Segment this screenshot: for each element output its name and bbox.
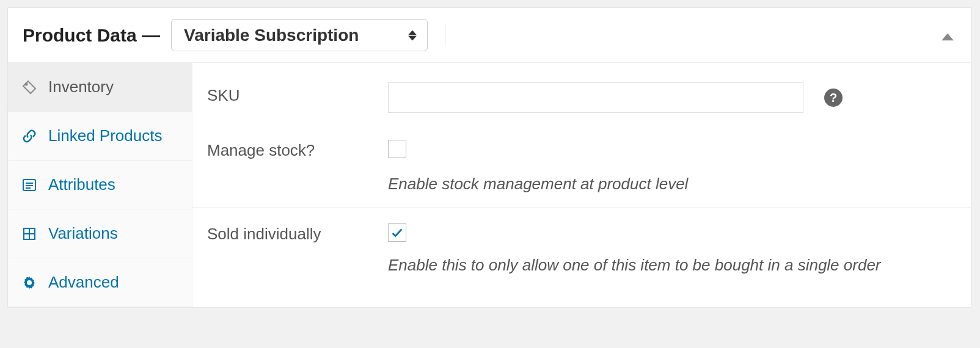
tab-inventory[interactable]: Inventory (8, 63, 192, 112)
panel-body: Inventory Linked Products Attributes Var… (8, 63, 971, 307)
sold-individually-checkbox[interactable] (388, 223, 406, 242)
link-icon (21, 128, 37, 144)
header-divider (445, 24, 445, 46)
tab-advanced[interactable]: Advanced (8, 258, 192, 307)
product-type-select-wrap: Variable Subscription (171, 19, 428, 51)
gear-icon (21, 275, 37, 291)
tab-content: SKU ? Manage stock? Enable stock managem… (192, 63, 971, 307)
tab-label: Linked Products (48, 126, 162, 145)
svg-point-3 (26, 83, 27, 85)
tab-variations[interactable]: Variations (8, 209, 192, 258)
sold-individually-description: Enable this to only allow one of this it… (388, 256, 938, 275)
field-row-sku: SKU ? (207, 82, 956, 113)
tab-label: Inventory (48, 78, 114, 96)
tab-attributes[interactable]: Attributes (8, 161, 192, 209)
collapse-toggle[interactable] (942, 26, 954, 45)
field-group-sold-individually: Sold individually Enable this to only al… (192, 208, 971, 288)
chevron-up-icon (942, 33, 954, 40)
field-row-manage-stock: Manage stock? Enable stock management at… (207, 137, 956, 194)
tab-label: Variations (48, 224, 118, 243)
grid-icon (21, 226, 37, 242)
svg-marker-2 (942, 33, 954, 40)
product-type-select[interactable]: Variable Subscription (171, 19, 428, 51)
tab-label: Advanced (48, 273, 119, 292)
tab-label: Attributes (48, 175, 115, 194)
list-icon (21, 177, 37, 193)
manage-stock-description: Enable stock management at product level (388, 175, 938, 194)
sku-input[interactable] (388, 82, 803, 113)
product-data-panel: Product Data — Variable Subscription Inv… (7, 7, 971, 308)
field-group-sku-stock: SKU ? Manage stock? Enable stock managem… (192, 69, 971, 208)
field-row-sold-individually: Sold individually Enable this to only al… (207, 221, 956, 275)
sku-label: SKU (207, 82, 388, 105)
manage-stock-label: Manage stock? (207, 137, 388, 160)
tag-icon (21, 79, 37, 95)
manage-stock-checkbox[interactable] (388, 140, 406, 158)
tab-linked-products[interactable]: Linked Products (8, 112, 192, 161)
sold-individually-label: Sold individually (207, 221, 388, 244)
tabs-sidebar: Inventory Linked Products Attributes Var… (8, 63, 192, 307)
svg-point-11 (27, 281, 31, 285)
panel-title: Product Data — (23, 25, 160, 46)
help-icon[interactable]: ? (824, 89, 843, 107)
panel-header: Product Data — Variable Subscription (8, 8, 971, 63)
